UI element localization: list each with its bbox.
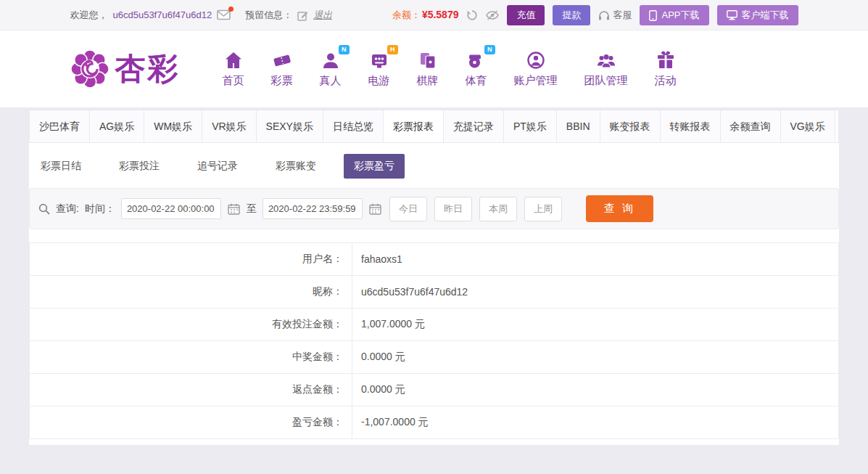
eye-off-icon[interactable] bbox=[486, 9, 499, 21]
app-download-label: APP下载 bbox=[661, 9, 699, 22]
app-download-button[interactable]: APP下载 bbox=[640, 5, 708, 25]
last-week-button[interactable]: 上周 bbox=[524, 197, 562, 221]
row-value: 0.0000 元 bbox=[352, 374, 405, 406]
nav-label: 电游 bbox=[368, 74, 390, 88]
username-text: u6cd5u53f7u6f47u6d12 bbox=[113, 9, 212, 20]
row-label: 返点金额： bbox=[30, 374, 352, 406]
row-value: u6cd5u53f7u6f47u6d12 bbox=[352, 276, 468, 308]
start-calendar-icon[interactable] bbox=[227, 203, 241, 215]
nav-item-sports[interactable]: N 体育 bbox=[466, 50, 487, 88]
search-icon bbox=[38, 203, 50, 216]
tab-pt[interactable]: PT娱乐 bbox=[504, 110, 557, 142]
query-bar: 查询: 时间： 至 今日 昨日 本周 上周 查 询 bbox=[29, 188, 839, 229]
recharge-button[interactable]: 充值 bbox=[507, 5, 545, 25]
table-row: 中奖金额： 0.0000 元 bbox=[30, 341, 838, 374]
this-week-button[interactable]: 本周 bbox=[479, 197, 517, 221]
start-datetime-input[interactable] bbox=[121, 198, 221, 219]
yesterday-button[interactable]: 昨日 bbox=[434, 197, 472, 221]
tab-daily-summary[interactable]: 日结总览 bbox=[323, 110, 384, 142]
end-datetime-input[interactable] bbox=[263, 198, 363, 219]
tab-vr[interactable]: VR娱乐 bbox=[202, 110, 256, 142]
tab-wm[interactable]: WM娱乐 bbox=[144, 110, 202, 142]
table-row: 盈亏金额： -1,007.0000 元 bbox=[30, 406, 838, 439]
account-manage-icon bbox=[526, 50, 546, 70]
activity-gift-icon bbox=[656, 50, 676, 70]
monitor-icon bbox=[727, 9, 737, 21]
nav-item-activities[interactable]: 活动 bbox=[655, 50, 677, 88]
time-label: 时间： bbox=[85, 203, 115, 216]
brand-logo[interactable]: 杏彩 bbox=[69, 48, 181, 90]
lottery-ticket-icon bbox=[272, 50, 292, 70]
nav-item-lottery[interactable]: 彩票 bbox=[271, 50, 293, 88]
row-label: 有效投注金额： bbox=[30, 308, 352, 340]
edit-icon[interactable] bbox=[297, 9, 308, 20]
nav-item-live[interactable]: N 真人 bbox=[320, 50, 342, 88]
content-panel: 沙巴体育 AG娱乐 WM娱乐 VR娱乐 SEXY娱乐 日结总览 彩票报表 充提记… bbox=[29, 110, 839, 445]
home-icon bbox=[223, 50, 244, 70]
client-download-button[interactable]: 客户端下载 bbox=[717, 5, 798, 25]
tab-transfer-report[interactable]: 转账报表 bbox=[661, 110, 721, 142]
row-value: 1,007.0000 元 bbox=[352, 308, 425, 340]
brand-name: 杏彩 bbox=[115, 49, 181, 89]
chess-cards-icon bbox=[418, 50, 438, 70]
headset-icon bbox=[598, 9, 610, 20]
tab-saba-sports[interactable]: 沙巴体育 bbox=[30, 110, 90, 142]
nav-label: 首页 bbox=[223, 74, 244, 88]
notification-dot bbox=[228, 7, 233, 12]
nav-label: 彩票 bbox=[271, 74, 293, 88]
subtab-lottery-daily[interactable]: 彩票日结 bbox=[30, 154, 91, 179]
tab-sexy[interactable]: SEXY娱乐 bbox=[257, 110, 323, 142]
nav-label: 账户管理 bbox=[514, 74, 558, 88]
nav-item-egames[interactable]: H 电游 bbox=[368, 50, 390, 88]
table-row: 用户名： fahaoxs1 bbox=[30, 243, 838, 276]
nav-label: 体育 bbox=[466, 74, 487, 88]
tab-vg[interactable]: VG娱乐 bbox=[781, 110, 835, 142]
subtab-lottery-account-change[interactable]: 彩票账变 bbox=[265, 154, 326, 179]
welcome-text: 欢迎您， bbox=[70, 9, 108, 22]
brand-flower-icon bbox=[69, 48, 111, 90]
report-tabbar: 沙巴体育 AG娱乐 WM娱乐 VR娱乐 SEXY娱乐 日结总览 彩票报表 充提记… bbox=[29, 110, 839, 143]
live-person-icon bbox=[321, 50, 341, 70]
query-submit-button[interactable]: 查 询 bbox=[586, 195, 653, 222]
row-label: 中奖金额： bbox=[30, 341, 352, 373]
egame-slot-icon bbox=[369, 50, 389, 70]
table-row: 返点金额： 0.0000 元 bbox=[30, 374, 838, 406]
nav-label: 活动 bbox=[655, 74, 677, 88]
tab-balance-query[interactable]: 余额查询 bbox=[721, 110, 781, 142]
refresh-icon[interactable] bbox=[466, 9, 478, 21]
tab-deposit-withdraw-record[interactable]: 充提记录 bbox=[444, 110, 504, 142]
nav-label: 团队管理 bbox=[584, 74, 628, 88]
today-button[interactable]: 今日 bbox=[389, 197, 427, 221]
customer-service-link[interactable]: 客服 bbox=[598, 9, 632, 22]
tab-ag[interactable]: AG娱乐 bbox=[90, 110, 144, 142]
end-calendar-icon[interactable] bbox=[368, 203, 382, 215]
nav-item-home[interactable]: 首页 bbox=[223, 50, 244, 88]
subtab-lottery-profit-loss[interactable]: 彩票盈亏 bbox=[344, 154, 405, 179]
customer-service-label: 客服 bbox=[613, 9, 632, 22]
nav-label: 棋牌 bbox=[417, 74, 439, 88]
tab-account-change-report[interactable]: 账变报表 bbox=[600, 110, 661, 142]
row-value: -1,007.0000 元 bbox=[352, 406, 429, 438]
logout-link[interactable]: 退出 bbox=[313, 9, 332, 22]
nav-item-team-manage[interactable]: 团队管理 bbox=[584, 50, 628, 88]
profit-loss-table: 用户名： fahaoxs1 昵称： u6cd5u53f7u6f47u6d12 有… bbox=[29, 242, 839, 439]
team-manage-icon bbox=[596, 50, 616, 70]
row-value: 0.0000 元 bbox=[352, 341, 405, 373]
balance-label: 余额： bbox=[392, 9, 421, 20]
table-row: 有效投注金额： 1,007.0000 元 bbox=[30, 308, 838, 341]
row-label: 昵称： bbox=[30, 276, 352, 308]
header: 杏彩 首页 彩票 N 真人 H 电游 bbox=[0, 30, 868, 107]
nav-badge-n: N bbox=[484, 45, 495, 54]
main-nav: 首页 彩票 N 真人 H 电游 棋牌 bbox=[223, 50, 677, 88]
subtab-chase-records[interactable]: 追号记录 bbox=[187, 154, 248, 179]
tab-lottery-report[interactable]: 彩票报表 bbox=[384, 110, 444, 142]
nav-badge-h: H bbox=[387, 45, 398, 54]
withdraw-button[interactable]: 提款 bbox=[553, 5, 590, 25]
mail-icon[interactable] bbox=[217, 9, 231, 20]
nav-item-boardgames[interactable]: 棋牌 bbox=[417, 50, 439, 88]
table-row: 昵称： u6cd5u53f7u6f47u6d12 bbox=[30, 276, 838, 308]
nav-item-account-manage[interactable]: 账户管理 bbox=[514, 50, 558, 88]
subtab-lottery-bets[interactable]: 彩票投注 bbox=[109, 154, 170, 179]
tab-bbin[interactable]: BBIN bbox=[557, 110, 600, 142]
topbar: 欢迎您， u6cd5u53f7u6f47u6d12 预留信息： 退出 余额：¥5… bbox=[0, 0, 868, 30]
